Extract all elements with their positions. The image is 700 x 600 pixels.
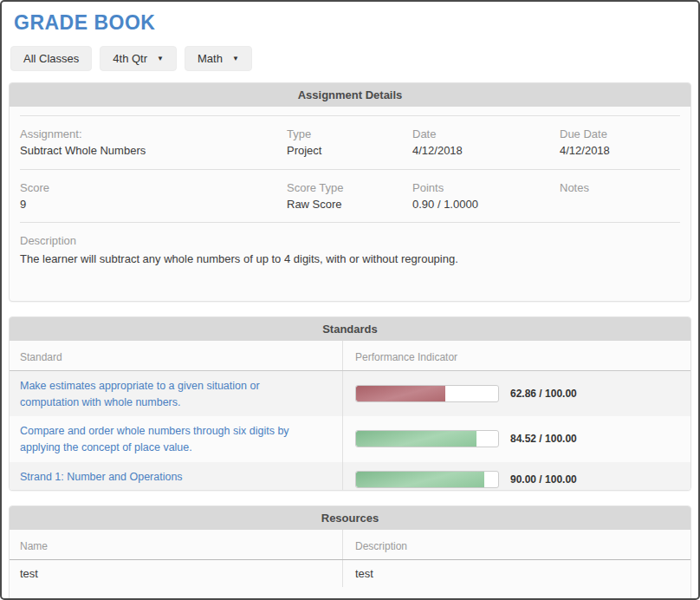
quarter-label: 4th Qtr <box>113 52 147 65</box>
description-label: Description <box>20 233 680 250</box>
toolbar: All Classes ▼ 4th Qtr ▼ Math ▼ <box>10 46 691 71</box>
score-value: 9 <box>20 197 278 213</box>
points-label: Points <box>412 180 551 197</box>
standards-column-headers: Standard Performance Indicator <box>10 341 690 371</box>
quarter-dropdown[interactable]: 4th Qtr ▼ <box>100 46 177 71</box>
performance-indicator-column-header: Performance Indicator <box>343 341 690 370</box>
standard-link[interactable]: Make estimates appropriate to a given si… <box>20 380 260 408</box>
standard-row: Compare and order whole numbers through … <box>10 416 690 461</box>
all-classes-button[interactable]: All Classes ▼ <box>10 46 92 71</box>
resources-panel: Resources Name Description test test <box>9 505 691 600</box>
score-label: Score <box>20 180 278 197</box>
performance-bar <box>355 430 499 447</box>
due-date-label: Due Date <box>560 127 671 143</box>
assignment-details-header: Assignment Details <box>10 83 690 107</box>
date-value: 4/12/2018 <box>412 143 551 160</box>
score-type-label: Score Type <box>287 180 404 197</box>
notes-label: Notes <box>560 180 671 197</box>
resources-header: Resources <box>10 506 690 530</box>
assignment-value: Subtract Whole Numbers <box>20 143 278 160</box>
performance-bar <box>355 385 499 402</box>
subject-dropdown[interactable]: Math ▼ <box>185 46 252 71</box>
assignment-label: Assignment: <box>20 127 278 143</box>
standard-row: Make estimates appropriate to a given si… <box>10 371 690 416</box>
standards-table: Standard Performance Indicator Make esti… <box>10 341 690 491</box>
description-text: The learner will subtract any whole numb… <box>20 252 680 265</box>
standards-panel: Standards Standard Performance Indicator… <box>9 316 691 491</box>
caret-down-icon: ▼ <box>232 55 239 62</box>
description-block: Description The learner will subtract an… <box>20 222 680 265</box>
performance-bar <box>355 471 499 488</box>
page-title: GRADE BOOK <box>14 11 691 35</box>
score-type-value: Raw Score <box>287 197 404 213</box>
details-row-1: Assignment: Subtract Whole Numbers Type … <box>20 115 680 169</box>
assignment-details-body: Assignment: Subtract Whole Numbers Type … <box>10 107 690 265</box>
resource-row: test test <box>10 560 690 587</box>
resources-column-headers: Name Description <box>10 530 690 560</box>
resource-name[interactable]: test <box>10 560 343 587</box>
resources-table: Name Description test test <box>10 530 690 587</box>
performance-score: 90.00 / 100.00 <box>510 473 577 486</box>
all-classes-label: All Classes <box>23 52 79 65</box>
caret-down-icon: ▼ <box>157 55 164 62</box>
performance-bar-fill <box>356 431 476 447</box>
performance-score: 62.86 / 100.00 <box>510 388 577 400</box>
type-label: Type <box>287 127 404 143</box>
performance-bar-fill <box>356 472 484 487</box>
name-column-header: Name <box>10 530 343 559</box>
standard-link[interactable]: Compare and order whole numbers through … <box>20 425 289 453</box>
standard-link[interactable]: Strand 1: Number and Operations <box>20 471 183 483</box>
points-value: 0.90 / 1.0000 <box>412 197 551 213</box>
description-column-header: Description <box>343 530 690 559</box>
details-row-2: Score 9 Score Type Raw Score Points 0.90… <box>20 169 680 223</box>
subject-label: Math <box>198 52 223 65</box>
performance-bar-fill <box>356 386 445 401</box>
date-label: Date <box>412 127 551 143</box>
standard-row: Strand 1: Number and Operations 90.00 / … <box>10 462 690 492</box>
standards-header: Standards <box>10 317 690 341</box>
assignment-details-panel: Assignment Details Assignment: Subtract … <box>9 82 691 302</box>
resource-description: test <box>343 560 690 587</box>
due-date-value: 4/12/2018 <box>560 143 671 160</box>
gradebook-page: GRADE BOOK All Classes ▼ 4th Qtr ▼ Math … <box>0 0 700 600</box>
standard-column-header: Standard <box>10 341 343 370</box>
performance-score: 84.52 / 100.00 <box>510 433 577 445</box>
type-value: Project <box>287 143 404 160</box>
